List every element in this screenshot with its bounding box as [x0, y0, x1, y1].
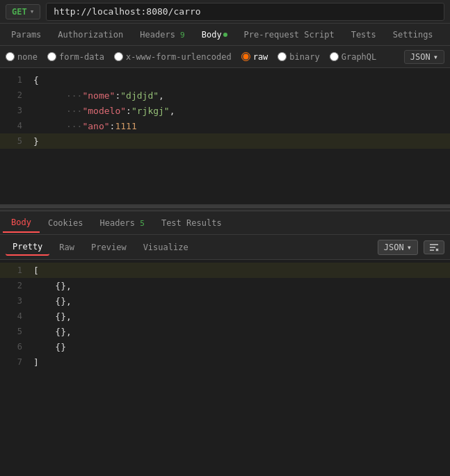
response-section: Body Cookies Headers 5 Test Results Pret… — [0, 211, 450, 413]
body-dot — [223, 33, 227, 37]
response-body-editor: 1 [ 2 {}, 3 {}, 4 {}, 5 {}, 6 {} 7 ] — [0, 260, 450, 413]
tab-params[interactable]: Params — [3, 26, 49, 44]
clear-response-button[interactable] — [424, 240, 444, 254]
request-tabs: Params Authorization Headers 9 Body Pre-… — [0, 24, 450, 46]
tab-authorization[interactable]: Authorization — [49, 26, 131, 44]
option-none[interactable]: none — [6, 52, 38, 62]
resp-tab-test-results[interactable]: Test Results — [153, 214, 230, 232]
resp-line-4: 4 {}, — [0, 309, 450, 324]
url-input[interactable] — [46, 3, 444, 21]
method-select[interactable]: GET ▾ — [6, 4, 40, 19]
tab-pre-request[interactable]: Pre-request Script — [236, 26, 343, 44]
view-visualize[interactable]: Visualize — [136, 240, 195, 255]
code-line-4: 4 ···"ano":1111 — [0, 118, 450, 133]
tab-settings[interactable]: Settings — [385, 26, 442, 44]
resp-line-2: 2 {}, — [0, 278, 450, 293]
json-format-dropdown[interactable]: JSON ▾ — [404, 50, 444, 64]
tab-body[interactable]: Body — [193, 26, 236, 44]
tab-headers[interactable]: Headers 9 — [131, 26, 193, 44]
view-preview[interactable]: Preview — [84, 240, 134, 255]
view-raw[interactable]: Raw — [52, 240, 81, 255]
view-pretty[interactable]: Pretty — [6, 239, 49, 256]
resp-line-6: 6 {} — [0, 339, 450, 354]
method-label: GET — [12, 7, 27, 17]
resp-tab-body[interactable]: Body — [3, 213, 40, 233]
resp-tab-headers[interactable]: Headers 5 — [91, 214, 152, 232]
method-arrow: ▾ — [30, 7, 35, 16]
option-urlencoded[interactable]: x-www-form-urlencoded — [114, 52, 232, 62]
top-bar: GET ▾ — [0, 0, 450, 24]
body-options: none form-data x-www-form-urlencoded raw… — [0, 46, 450, 68]
resp-line-3: 3 {}, — [0, 293, 450, 309]
option-raw[interactable]: raw — [241, 52, 268, 62]
tab-tests[interactable]: Tests — [343, 26, 385, 44]
clear-icon — [429, 243, 439, 252]
resp-json-dropdown[interactable]: JSON ▾ — [378, 240, 418, 255]
view-mode-bar: Pretty Raw Preview Visualize JSON ▾ — [0, 235, 450, 260]
resp-tab-cookies[interactable]: Cookies — [40, 214, 92, 232]
option-form-data[interactable]: form-data — [47, 52, 104, 62]
option-graphql[interactable]: GraphQL — [330, 52, 377, 62]
resp-line-1: 1 [ — [0, 263, 450, 278]
response-tabs: Body Cookies Headers 5 Test Results — [0, 211, 450, 235]
resp-line-7: 7 ] — [0, 354, 450, 370]
request-body-editor[interactable]: 1 { 2 ···"nome":"djdjd", 3 ···"modelo":"… — [0, 68, 450, 207]
option-binary[interactable]: binary — [278, 52, 319, 62]
resp-line-5: 5 {}, — [0, 324, 450, 339]
